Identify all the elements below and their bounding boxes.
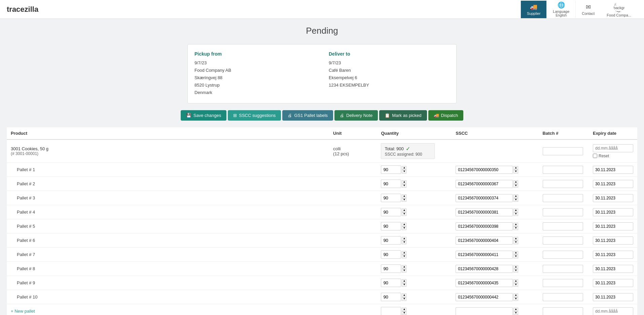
pallet-batch-input[interactable] bbox=[543, 166, 583, 174]
nav-supplier[interactable]: 🚚 Supplier bbox=[521, 1, 546, 18]
sscc-down[interactable]: ▼ bbox=[513, 184, 518, 188]
sscc-up[interactable]: ▲ bbox=[513, 251, 518, 255]
sscc-down[interactable]: ▼ bbox=[513, 297, 518, 301]
pallet-qty-input[interactable] bbox=[381, 180, 401, 188]
qty-up[interactable]: ▲ bbox=[402, 166, 406, 170]
sscc-down[interactable]: ▼ bbox=[513, 170, 518, 174]
new-pallet-batch-input[interactable] bbox=[543, 307, 583, 315]
pallet-batch-input[interactable] bbox=[543, 222, 583, 230]
mark-picked-button[interactable]: 📋 Mark as picked bbox=[379, 110, 427, 121]
pallet-qty-input[interactable] bbox=[381, 250, 401, 259]
pallet-batch-input[interactable] bbox=[543, 251, 583, 259]
sscc-up[interactable]: ▲ bbox=[513, 237, 518, 241]
pallet-expiry-input[interactable] bbox=[593, 265, 633, 273]
sscc-down[interactable]: ▼ bbox=[513, 198, 518, 202]
pallet-expiry-input[interactable] bbox=[593, 251, 633, 259]
qty-up[interactable]: ▲ bbox=[402, 237, 406, 241]
new-pallet-label[interactable]: + New pallet bbox=[7, 304, 329, 315]
pallet-qty-input[interactable] bbox=[381, 222, 401, 230]
sscc-up[interactable]: ▲ bbox=[513, 209, 518, 212]
sscc-up[interactable]: ▲ bbox=[513, 194, 518, 198]
sscc-down[interactable]: ▼ bbox=[513, 241, 518, 244]
sscc-button[interactable]: ⊞ SSCC suggestions bbox=[228, 110, 281, 121]
sscc-down[interactable]: ▼ bbox=[513, 269, 518, 273]
qty-down[interactable]: ▼ bbox=[402, 184, 406, 188]
pallet-sscc-input[interactable] bbox=[456, 208, 513, 216]
new-pallet-qty-input[interactable] bbox=[381, 307, 401, 315]
nav-contact[interactable]: ✉ Contact bbox=[575, 1, 601, 18]
pallet-qty-input[interactable] bbox=[381, 279, 401, 287]
qty-down[interactable]: ▼ bbox=[402, 212, 406, 216]
pallet-sscc-input[interactable] bbox=[456, 279, 513, 287]
qty-down[interactable]: ▼ bbox=[402, 241, 406, 244]
pallet-qty-input[interactable] bbox=[381, 165, 401, 174]
qty-down[interactable]: ▼ bbox=[402, 283, 406, 287]
new-qty-down[interactable]: ▼ bbox=[402, 311, 406, 315]
pallet-expiry-input[interactable] bbox=[593, 166, 633, 174]
new-qty-up[interactable]: ▲ bbox=[402, 308, 406, 311]
qty-down[interactable]: ▼ bbox=[402, 226, 406, 230]
new-sscc-up[interactable]: ▲ bbox=[513, 308, 518, 311]
pallet-expiry-input[interactable] bbox=[593, 222, 633, 230]
sscc-up[interactable]: ▲ bbox=[513, 223, 518, 226]
pallet-qty-input[interactable] bbox=[381, 208, 401, 216]
pallet-batch-input[interactable] bbox=[543, 265, 583, 273]
qty-up[interactable]: ▲ bbox=[402, 194, 406, 198]
sscc-up[interactable]: ▲ bbox=[513, 279, 518, 283]
new-sscc-down[interactable]: ▼ bbox=[513, 311, 518, 315]
product-expiry-input[interactable] bbox=[593, 144, 633, 152]
gs1-button[interactable]: 🖨 GS1 Pallet labels bbox=[282, 110, 333, 121]
sscc-up[interactable]: ▲ bbox=[513, 180, 518, 184]
pallet-sscc-input[interactable] bbox=[456, 222, 513, 230]
new-pallet-sscc-input[interactable] bbox=[456, 307, 513, 315]
nav-language[interactable]: 🌐 Language English bbox=[546, 0, 575, 20]
new-pallet-expiry-input[interactable] bbox=[593, 307, 633, 315]
pallet-qty-input[interactable] bbox=[381, 293, 401, 301]
qty-up[interactable]: ▲ bbox=[402, 223, 406, 226]
qty-up[interactable]: ▲ bbox=[402, 251, 406, 255]
qty-up[interactable]: ▲ bbox=[402, 293, 406, 297]
delivery-note-button[interactable]: 🖨 Delivery Note bbox=[334, 110, 378, 121]
reset-checkbox[interactable] bbox=[593, 154, 597, 158]
qty-down[interactable]: ▼ bbox=[402, 170, 406, 174]
pallet-batch-input[interactable] bbox=[543, 279, 583, 287]
qty-up[interactable]: ▲ bbox=[402, 265, 406, 269]
pallet-batch-input[interactable] bbox=[543, 208, 583, 216]
pallet-sscc-input[interactable] bbox=[456, 180, 513, 188]
pallet-expiry-input[interactable] bbox=[593, 279, 633, 287]
pallet-expiry-input[interactable] bbox=[593, 237, 633, 245]
sscc-up[interactable]: ▲ bbox=[513, 265, 518, 269]
qty-down[interactable]: ▼ bbox=[402, 269, 406, 273]
sscc-down[interactable]: ▼ bbox=[513, 255, 518, 258]
pallet-sscc-input[interactable] bbox=[456, 194, 513, 202]
pallet-expiry-input[interactable] bbox=[593, 208, 633, 216]
pallet-expiry-input[interactable] bbox=[593, 293, 633, 301]
dispatch-button[interactable]: 🚚 Dispatch bbox=[428, 110, 464, 121]
pallet-expiry-input[interactable] bbox=[593, 194, 633, 202]
qty-down[interactable]: ▼ bbox=[402, 255, 406, 258]
qty-down[interactable]: ▼ bbox=[402, 297, 406, 301]
pallet-batch-input[interactable] bbox=[543, 237, 583, 245]
qty-up[interactable]: ▲ bbox=[402, 209, 406, 212]
sscc-down[interactable]: ▼ bbox=[513, 283, 518, 287]
sscc-down[interactable]: ▼ bbox=[513, 212, 518, 216]
sscc-up[interactable]: ▲ bbox=[513, 293, 518, 297]
sscc-down[interactable]: ▼ bbox=[513, 226, 518, 230]
pallet-batch-input[interactable] bbox=[543, 194, 583, 202]
save-button[interactable]: 💾 Save changes bbox=[181, 110, 226, 121]
pallet-batch-input[interactable] bbox=[543, 180, 583, 188]
user-menu[interactable]: '); background-size: cover;"> Food Compa… bbox=[601, 0, 637, 20]
sscc-up[interactable]: ▲ bbox=[513, 166, 518, 170]
pallet-qty-input[interactable] bbox=[381, 194, 401, 202]
pallet-sscc-input[interactable] bbox=[456, 293, 513, 301]
pallet-sscc-input[interactable] bbox=[456, 265, 513, 273]
qty-up[interactable]: ▲ bbox=[402, 180, 406, 184]
pallet-qty-input[interactable] bbox=[381, 236, 401, 245]
qty-up[interactable]: ▲ bbox=[402, 279, 406, 283]
pallet-sscc-input[interactable] bbox=[456, 251, 513, 259]
pallet-qty-input[interactable] bbox=[381, 264, 401, 273]
qty-down[interactable]: ▼ bbox=[402, 198, 406, 202]
product-batch-input[interactable] bbox=[543, 147, 583, 155]
pallet-expiry-input[interactable] bbox=[593, 180, 633, 188]
pallet-sscc-input[interactable] bbox=[456, 166, 513, 174]
